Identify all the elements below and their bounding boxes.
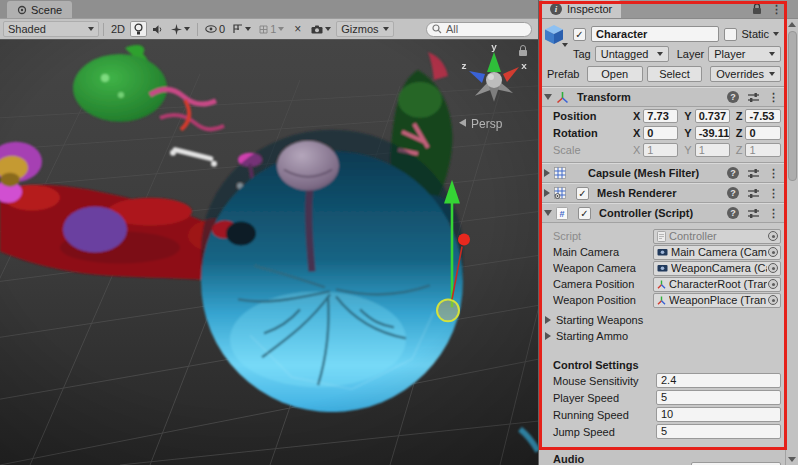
script-object-field[interactable]: Controller <box>653 229 781 244</box>
help-icon[interactable]: ? <box>727 207 739 219</box>
inspector-panel: i Inspector ⋮ <box>538 0 798 465</box>
mesh-renderer-enabled-checkbox[interactable]: ✓ <box>576 187 589 200</box>
player-speed-label: Player Speed <box>553 392 656 404</box>
grid-icon <box>233 24 243 34</box>
scene-3d-render: y x z Persp <box>0 40 538 465</box>
presets-icon[interactable] <box>747 208 760 219</box>
object-picker-icon[interactable] <box>768 279 778 289</box>
running-speed-field[interactable]: 10 <box>656 407 781 422</box>
gameobject-name-field[interactable]: Character <box>591 26 719 42</box>
controller-component-header[interactable]: # ✓ Controller (Script) ? ⋮ <box>539 203 785 223</box>
effects-dropdown-button[interactable] <box>168 21 193 37</box>
help-icon[interactable]: ? <box>727 167 739 179</box>
prefab-cube-icon[interactable] <box>543 23 568 45</box>
rotation-y-field[interactable]: -39.11 <box>695 126 730 140</box>
camera-settings-button[interactable] <box>308 21 334 37</box>
prefab-select-button[interactable]: Select <box>647 66 703 82</box>
scale-x-field[interactable]: 1 <box>643 143 678 157</box>
foldout-closed-icon[interactable] <box>544 169 550 177</box>
main-camera-label: Main Camera <box>553 246 653 258</box>
object-picker-icon[interactable] <box>768 247 778 257</box>
scale-y-field[interactable]: 1 <box>695 143 730 157</box>
weapon-camera-label: Weapon Camera <box>553 262 653 274</box>
camera-position-object-field[interactable]: CharacterRoot (Tran <box>653 277 781 292</box>
weapon-position-object-field[interactable]: WeaponPlace (Tran <box>653 293 781 308</box>
position-z-field[interactable]: -7.53 <box>745 109 781 123</box>
weapon-camera-object-field[interactable]: WeaponCamera (Ca <box>653 261 781 276</box>
foldout-closed-icon[interactable] <box>544 189 550 197</box>
scene-visibility-button[interactable]: 0 <box>202 21 228 37</box>
kebab-menu-icon[interactable]: ⋮ <box>768 208 779 219</box>
position-y-field[interactable]: 0.737 <box>695 109 730 123</box>
grid-visibility-button[interactable] <box>230 21 254 37</box>
axis-x-label[interactable]: x <box>521 60 527 71</box>
presets-icon[interactable] <box>747 168 760 179</box>
prefab-open-button[interactable]: Open <box>587 66 643 82</box>
audio-toggle-button[interactable] <box>149 21 166 37</box>
scene-search-input[interactable]: All <box>426 22 532 37</box>
position-x-field[interactable]: 7.73 <box>643 109 678 123</box>
kebab-menu-icon[interactable]: ⋮ <box>768 168 779 179</box>
script-label: Script <box>553 230 653 242</box>
snap-settings-button[interactable]: 1 <box>256 21 287 37</box>
prefab-overrides-dropdown[interactable]: Overrides <box>710 66 781 82</box>
lighting-toggle-button[interactable] <box>130 21 147 37</box>
controller-enabled-checkbox[interactable]: ✓ <box>578 207 591 220</box>
transform-component-header[interactable]: Transform ? ⋮ <box>539 87 785 107</box>
rotation-z-field[interactable]: 0 <box>745 126 781 140</box>
static-checkbox[interactable] <box>724 28 737 41</box>
kebab-menu-icon[interactable]: ⋮ <box>768 92 779 103</box>
main-camera-object-field[interactable]: Main Camera (Came <box>653 245 781 260</box>
object-picker-icon[interactable] <box>768 263 778 273</box>
mesh-renderer-component-header[interactable]: ✓ Mesh Renderer ? ⋮ <box>539 183 785 203</box>
mode-2d-button[interactable]: 2D <box>108 21 128 37</box>
tag-dropdown[interactable]: Untagged <box>595 46 669 62</box>
player-speed-field[interactable]: 5 <box>656 390 781 405</box>
scene-toolbar: Shaded 2D <box>0 18 538 40</box>
persp-label: Persp <box>471 117 503 131</box>
starting-weapons-foldout[interactable]: Starting Weapons <box>539 312 785 328</box>
scale-z-field[interactable]: 1 <box>745 143 781 157</box>
gameobject-header: ✓ Character Static Tag Untagged Layer <box>539 19 785 87</box>
scroll-up-arrow[interactable] <box>788 22 796 27</box>
presets-icon[interactable] <box>747 92 760 103</box>
draw-mode-dropdown[interactable]: Shaded <box>3 21 99 37</box>
help-icon[interactable]: ? <box>727 91 739 103</box>
mesh-filter-component-header[interactable]: Capsule (Mesh Filter) ? ⋮ <box>539 163 785 183</box>
audio-section-header[interactable]: Audio <box>539 447 785 465</box>
chevron-down-icon <box>278 27 284 31</box>
scale-label: Scale <box>553 144 633 156</box>
presets-icon[interactable] <box>747 188 760 199</box>
mesh-filter-title: Capsule (Mesh Filter) <box>588 167 699 179</box>
inspector-scrollbar[interactable] <box>785 19 798 465</box>
axis-z-label[interactable]: z <box>462 60 467 71</box>
kebab-menu-icon[interactable]: ⋮ <box>768 188 779 199</box>
scene-viewport[interactable]: y x z Persp <box>0 40 538 465</box>
kebab-menu-icon[interactable]: ⋮ <box>771 4 782 15</box>
help-icon[interactable]: ? <box>727 187 739 199</box>
active-checkbox[interactable]: ✓ <box>573 28 586 41</box>
foldout-open-icon[interactable] <box>544 94 552 100</box>
object-picker-icon[interactable] <box>768 231 778 241</box>
tool-x-button[interactable]: × <box>289 21 306 37</box>
tab-scene[interactable]: Scene <box>7 1 72 18</box>
starting-ammo-foldout[interactable]: Starting Ammo <box>539 328 785 344</box>
object-picker-icon[interactable] <box>768 295 778 305</box>
chevron-down-icon[interactable] <box>773 32 779 36</box>
scroll-down-arrow[interactable] <box>788 457 796 462</box>
rotation-x-field[interactable]: 0 <box>643 126 678 140</box>
toolbar-divider <box>197 23 198 36</box>
scrollbar-thumb[interactable] <box>788 31 797 181</box>
mouse-sensitivity-field[interactable]: 2.4 <box>656 373 781 388</box>
axis-y-label[interactable]: y <box>491 41 497 52</box>
weapon-position-row: Weapon Position WeaponPlace (Tran <box>539 292 785 308</box>
layer-dropdown[interactable]: Player <box>708 46 781 62</box>
running-speed-label: Running Speed <box>553 409 656 421</box>
tab-inspector[interactable]: i Inspector <box>541 0 621 18</box>
lock-icon[interactable] <box>752 3 762 15</box>
jump-speed-field[interactable]: 5 <box>656 424 781 439</box>
gizmos-dropdown[interactable]: Gizmos <box>336 21 393 37</box>
script-field-row: Script Controller <box>539 228 785 244</box>
audio-title: Audio <box>553 453 584 465</box>
foldout-open-icon[interactable] <box>544 210 552 216</box>
